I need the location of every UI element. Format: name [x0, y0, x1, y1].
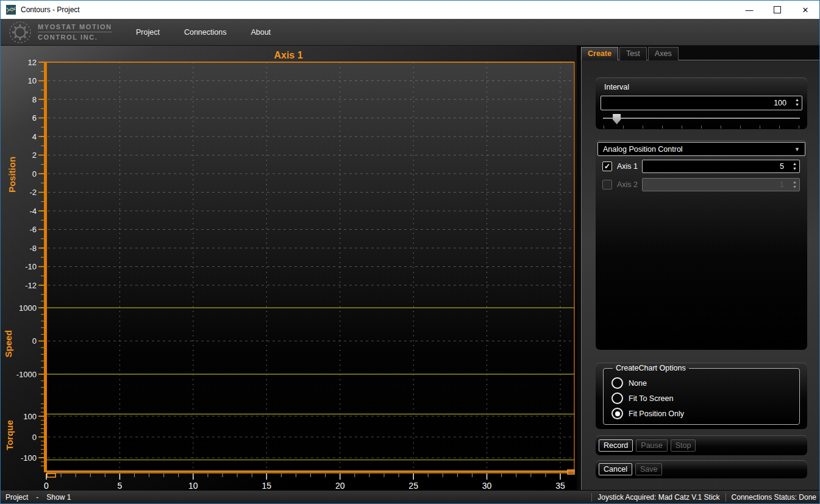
axis1-value: 5	[780, 162, 784, 171]
menu-items: Project Connections About	[124, 24, 283, 40]
stop-button: Stop	[671, 439, 696, 452]
svg-text:-100: -100	[21, 453, 37, 463]
status-divider	[726, 493, 726, 502]
svg-text:-12: -12	[25, 281, 37, 290]
tab-create[interactable]: Create	[581, 47, 618, 60]
svg-text:Position: Position	[7, 157, 17, 193]
interval-input[interactable]: 100 ▲ ▼	[601, 96, 802, 110]
status-connections: Connections Status: Done	[732, 493, 816, 502]
radio-fit-to-screen[interactable]	[611, 392, 623, 404]
svg-text:-1000: -1000	[16, 370, 37, 379]
radio-row-none[interactable]: None	[611, 377, 799, 389]
status-separator-dash: -	[36, 493, 38, 502]
maximize-icon	[774, 6, 781, 13]
svg-text:35: 35	[555, 481, 565, 491]
chevron-down-icon: ▼	[794, 146, 800, 152]
axis1-chart[interactable]: 121086420-2-4-6-8-10-12Position10000-100…	[1, 46, 577, 491]
svg-text:0: 0	[32, 336, 37, 346]
axis1-label: Axis 1	[617, 162, 642, 171]
slider-track	[603, 118, 800, 119]
spinner-down-icon: ▼	[793, 185, 797, 190]
svg-text:30: 30	[482, 481, 492, 491]
app-icon	[6, 5, 16, 15]
status-show: Show 1	[46, 493, 71, 502]
create-tab-page: Interval 100 ▲ ▼ Analog Position Control	[581, 60, 819, 490]
menu-item-about[interactable]: About	[238, 24, 283, 40]
close-button[interactable]: ✕	[791, 1, 819, 19]
action-buttons-panel: Cancel Save	[596, 460, 807, 478]
app-window: Contours - Project — ✕	[0, 0, 820, 504]
radio-none[interactable]	[611, 377, 623, 389]
titlebar: Contours - Project — ✕	[1, 1, 819, 19]
axis2-row: Axis 2 1 ▲ ▼	[602, 177, 800, 192]
minimize-button[interactable]: —	[735, 1, 763, 19]
control-panel: Analog Position Control ▼ ✓ Axis 1 5 ▲ ▼	[596, 140, 807, 350]
side-panel: Create Test Axes Interval 100 ▲ ▼	[577, 46, 819, 490]
chart-options-panel: CreateChart Options None Fit To Screen F…	[596, 363, 807, 429]
axis1-row: ✓ Axis 1 5 ▲ ▼	[602, 159, 800, 174]
axis1-spinner[interactable]: ▲ ▼	[793, 161, 797, 171]
groupbox-legend: CreateChart Options	[613, 364, 689, 372]
svg-text:10: 10	[28, 76, 37, 85]
svg-text:Speed: Speed	[3, 330, 13, 357]
slider-ticks	[604, 126, 799, 129]
status-right: Joystick Acquired: Mad Catz V.1 Stick Co…	[586, 493, 816, 502]
svg-text:12: 12	[28, 58, 37, 67]
interval-spinner[interactable]: ▲ ▼	[795, 98, 799, 107]
status-divider	[591, 493, 592, 502]
radio-row-fit-position-only[interactable]: Fit Position Only	[611, 408, 799, 419]
axis1-checkbox[interactable]: ✓	[602, 161, 612, 171]
radio-row-fit-to-screen[interactable]: Fit To Screen	[611, 392, 799, 404]
record-button[interactable]: Record	[599, 439, 633, 452]
svg-text:-10: -10	[25, 262, 37, 271]
slider-thumb[interactable]	[613, 114, 621, 124]
status-joystick: Joystick Acquired: Mad Catz V.1 Stick	[597, 493, 719, 502]
interval-panel: Interval 100 ▲ ▼	[596, 77, 807, 129]
cancel-button[interactable]: Cancel	[599, 463, 632, 475]
status-project: Project	[5, 493, 28, 502]
interval-value: 100	[774, 99, 786, 107]
svg-text:15: 15	[262, 481, 271, 491]
svg-text:-4: -4	[29, 207, 37, 216]
svg-text:2: 2	[32, 151, 37, 160]
tab-axes[interactable]: Axes	[648, 47, 679, 60]
status-left: Project - Show 1	[5, 493, 71, 502]
window-title: Contours - Project	[21, 5, 80, 14]
svg-text:1000: 1000	[19, 303, 37, 313]
axis1-input[interactable]: 5 ▲ ▼	[642, 160, 800, 173]
menu-item-connections[interactable]: Connections	[172, 24, 239, 40]
svg-text:0: 0	[32, 433, 37, 442]
svg-text:-6: -6	[29, 225, 37, 234]
svg-text:Torque: Torque	[4, 420, 15, 450]
tab-strip: Create Test Axes	[581, 47, 679, 60]
svg-text:8: 8	[32, 95, 37, 104]
svg-text:25: 25	[408, 481, 418, 491]
axis2-spinner: ▲ ▼	[793, 180, 797, 190]
radio-none-label: None	[629, 379, 647, 388]
svg-text:0: 0	[44, 481, 49, 491]
brand-line-1: MYOSTAT MOTION	[38, 23, 112, 32]
gear-logo-icon	[8, 20, 32, 44]
spinner-down-icon[interactable]: ▼	[793, 166, 797, 171]
spinner-up-icon: ▲	[793, 180, 797, 185]
brand-line-2: CONTROL INC.	[38, 34, 112, 41]
axis2-checkbox[interactable]	[602, 180, 612, 190]
control-mode-dropdown[interactable]: Analog Position Control ▼	[597, 142, 805, 156]
createchart-options-groupbox: CreateChart Options None Fit To Screen F…	[603, 364, 800, 425]
interval-slider[interactable]	[603, 114, 800, 129]
spinner-up-icon[interactable]: ▲	[793, 161, 797, 166]
radio-fit-to-screen-label: Fit To Screen	[629, 394, 673, 403]
menubar: MYOSTAT MOTION CONTROL INC. Project Conn…	[1, 19, 819, 46]
tab-test[interactable]: Test	[619, 47, 647, 60]
svg-text:5: 5	[118, 481, 123, 491]
radio-fit-position-only[interactable]	[611, 408, 623, 419]
spinner-up-icon[interactable]: ▲	[795, 98, 799, 102]
chart-region[interactable]: 121086420-2-4-6-8-10-12Position10000-100…	[1, 46, 577, 491]
brand-text: MYOSTAT MOTION CONTROL INC.	[38, 23, 112, 41]
window-controls: — ✕	[735, 1, 819, 19]
spinner-down-icon[interactable]: ▼	[795, 102, 799, 107]
axis2-label: Axis 2	[617, 180, 642, 189]
menu-item-project[interactable]: Project	[124, 24, 172, 40]
maximize-button[interactable]	[763, 1, 791, 19]
statusbar: Project - Show 1 Joystick Acquired: Mad …	[1, 491, 819, 503]
